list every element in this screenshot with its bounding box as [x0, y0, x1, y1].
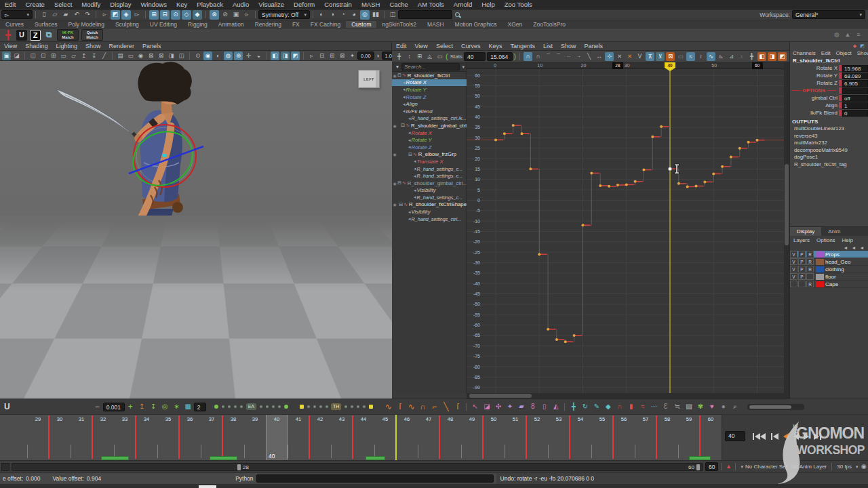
step-value-field[interactable]: 0.001	[103, 403, 125, 411]
shelf-tab-rigging[interactable]: Rigging	[182, 21, 213, 28]
anim-curve-svg[interactable]: 605550454035302520151050-5-10-15-20-25-3…	[467, 69, 784, 393]
command-language-label[interactable]: Python	[235, 475, 253, 482]
toolbar-scrollbar[interactable]	[747, 404, 804, 410]
layer-row-clothing[interactable]: VPRclothing	[790, 266, 868, 273]
layout-icon[interactable]: ◫	[388, 10, 397, 20]
keyframe-tick-34[interactable]	[135, 415, 136, 459]
output-node-multdoublelinear123[interactable]: multDoubleLinear123	[790, 125, 868, 133]
main-menu-windows[interactable]: Windows	[136, 1, 172, 8]
layers-menu-layers[interactable]: Layers	[790, 237, 813, 243]
channel-box-menu-edit[interactable]: Edit	[818, 50, 833, 56]
pre-infinity-icon[interactable]: ◧	[757, 52, 766, 61]
expander-icon[interactable]: ⊟	[408, 152, 412, 157]
timing-icon[interactable]: ⊻	[656, 52, 665, 61]
quick-selection-input[interactable]	[398, 10, 452, 19]
zoo-marquee-icon[interactable]: ◪	[481, 402, 492, 412]
shelf-options-icon[interactable]: ≡	[854, 30, 863, 40]
layer-color-swatch[interactable]	[816, 259, 824, 265]
main-menu-am-tools[interactable]: AM Tools	[413, 1, 449, 8]
vp-cursor-icon[interactable]: ▹	[307, 52, 316, 60]
insert-key-icon[interactable]: ↕	[405, 52, 414, 61]
viewport-menu-show[interactable]: Show	[81, 43, 105, 49]
layer-playback-toggle[interactable]: P	[798, 258, 806, 265]
main-menu-visualize[interactable]: Visualize	[254, 1, 289, 8]
zoo-rotate-icon[interactable]: ↻	[580, 402, 590, 412]
graph-editor-menu-keys[interactable]: Keys	[484, 43, 506, 49]
go-to-end-button[interactable]	[814, 431, 822, 442]
view-cube[interactable]: LEFT	[358, 70, 380, 88]
channel-value-field[interactable]	[842, 87, 868, 94]
keyframe-tick-44[interactable]	[352, 415, 353, 459]
layer-visible-toggle[interactable]: V	[790, 273, 797, 280]
layers-tab-anim[interactable]: Anim	[821, 227, 847, 236]
post-infinity-icon[interactable]: ◨	[768, 52, 776, 61]
layer-color-swatch[interactable]	[816, 266, 824, 272]
main-menu-edit[interactable]: Edit	[0, 1, 20, 8]
zoo-pen-icon[interactable]: ✎	[591, 402, 601, 412]
snap-plane-icon[interactable]: ◇	[182, 10, 191, 20]
character-set-icon[interactable]: ▲	[725, 462, 732, 472]
zoo-chain-icon[interactable]: 8	[528, 402, 538, 412]
infinity-cycle-icon[interactable]: ◩	[778, 52, 787, 61]
zoo-z-icon[interactable]: Z	[30, 30, 41, 41]
grid-menu-icon[interactable]: ▦	[183, 402, 193, 412]
vp-stack-icon[interactable]: ⊟	[317, 52, 326, 60]
channel-value-field[interactable]: off	[842, 95, 868, 102]
outliner-channel-r-hand-settings-c[interactable]: ◂R_hand_settings_c...	[392, 172, 467, 180]
retime-icon[interactable]: ▭	[435, 52, 444, 61]
layer-playback-toggle[interactable]: P	[798, 266, 806, 272]
save-scene-icon[interactable]: ▰	[61, 10, 71, 20]
camera-select-icon[interactable]: ▣	[2, 52, 11, 60]
viewport-menu-lighting[interactable]: Lighting	[52, 43, 81, 49]
layer-visible-toggle[interactable]	[790, 281, 797, 287]
shelf-tab-surfaces[interactable]: Surfaces	[29, 21, 63, 28]
layer-playback-toggle[interactable]	[798, 281, 806, 287]
output-node-multmatrix232[interactable]: multMatrix232	[790, 140, 868, 147]
outliner-channel-r-hand-settings-c[interactable]: ◂R_hand_settings_c...	[392, 165, 467, 173]
zoo-folder-icon[interactable]: ▰	[516, 402, 526, 412]
smooth-curve-icon[interactable]: ≈	[686, 52, 695, 61]
wireframe-icon[interactable]: ⊙	[193, 52, 202, 60]
buffer-snap-icon[interactable]: ⊹	[605, 52, 614, 61]
lasso-tool-icon[interactable]: ◩	[111, 10, 120, 20]
main-menu-deform[interactable]: Deform	[289, 1, 319, 8]
fps-dropdown[interactable]: 30 fps	[837, 464, 852, 470]
buffer-swap-icon[interactable]: ↔	[595, 52, 604, 61]
layered-texture-icon[interactable]: ⧉	[43, 30, 54, 41]
main-menu-mash[interactable]: MASH	[357, 1, 384, 8]
hotbox-logo[interactable]: U	[4, 402, 10, 411]
auto-tangent-icon[interactable]: ∩	[524, 52, 532, 61]
pause-icon[interactable]: ▮▮	[371, 10, 380, 20]
keyframe-tick-60[interactable]	[699, 415, 701, 459]
shelf-tab-curves[interactable]: Curves	[0, 21, 29, 28]
keyframe-tick-50[interactable]	[482, 415, 484, 459]
safe-action-icon[interactable]: ◨	[167, 52, 176, 60]
snap-grid-icon[interactable]: ⊞	[149, 10, 159, 20]
quick-match-button[interactable]: Quick Match	[81, 29, 103, 41]
zoo-move-icon[interactable]: ╋	[568, 402, 578, 412]
move-tool-icon[interactable]: ▻	[132, 10, 142, 20]
keyframe-tick-32[interactable]	[92, 415, 93, 459]
channel-box-menu-channels[interactable]: Channels	[790, 50, 818, 56]
keyframe-tick-42[interactable]	[309, 415, 310, 459]
shadows-icon[interactable]: ⊛	[234, 52, 243, 60]
new-scene-icon[interactable]: ▯	[39, 10, 49, 20]
output-node-reverse43[interactable]: reverse43	[790, 133, 868, 140]
shelf-tab-xgen[interactable]: XGen	[502, 21, 528, 28]
main-menu-audio[interactable]: Audio	[228, 1, 254, 8]
shelf-tab-rendering[interactable]: Rendering	[250, 21, 287, 28]
keyframe-tick-56[interactable]	[612, 415, 614, 459]
film-gate-icon[interactable]: ▭	[126, 52, 135, 60]
channel-row-align[interactable]: Align1	[790, 102, 868, 109]
zoo-wave-icon[interactable]: ≈	[637, 402, 648, 412]
shelf-tab-mash[interactable]: MASH	[422, 21, 450, 28]
spline-tangent-icon[interactable]: ∩	[534, 52, 542, 61]
viewport-menu-panels[interactable]: Panels	[138, 43, 165, 49]
main-menu-key[interactable]: Key	[172, 1, 192, 8]
tangent-preset-5-icon[interactable]: ╲	[441, 402, 451, 412]
zoo-e-icon[interactable]: Ɛ	[660, 402, 671, 412]
layers-menu-options[interactable]: Options	[813, 237, 839, 243]
zoo-flower2-icon[interactable]: ✾	[695, 402, 705, 412]
ea-pill[interactable]: EA	[246, 403, 256, 410]
character-set-selector[interactable]: No Character Set	[745, 464, 787, 470]
